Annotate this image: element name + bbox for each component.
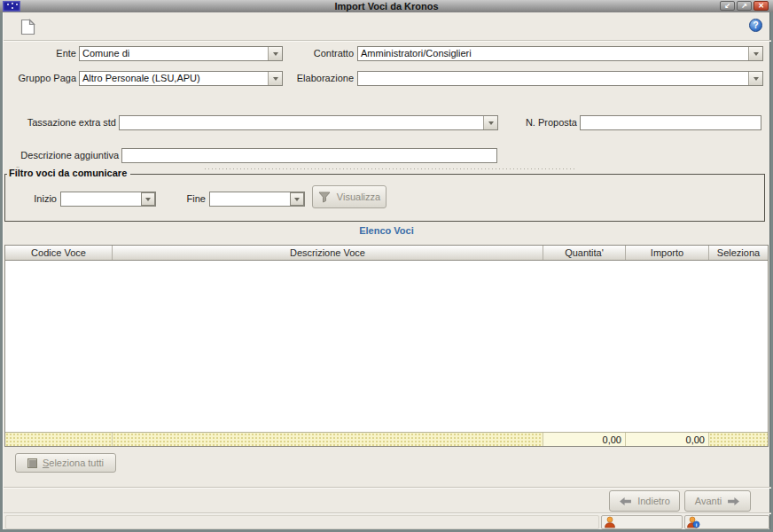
checkbox-icon <box>27 458 37 468</box>
elenco-voci-title: Elenco Voci <box>4 225 769 236</box>
minimize-button[interactable]: ↙ <box>720 1 735 11</box>
visualizza-label: Visualizza <box>337 192 380 202</box>
visualizza-button[interactable]: Visualizza <box>312 185 386 208</box>
contratto-select[interactable]: Amministratori/Consiglieri <box>357 46 763 61</box>
elaborazione-select[interactable] <box>357 71 763 86</box>
gruppo-paga-select[interactable]: Altro Personale (LSU,APU) <box>79 71 283 86</box>
status-panel-user <box>601 515 683 529</box>
maximize-button[interactable]: ↗ <box>737 1 752 11</box>
chevron-down-icon[interactable] <box>141 192 155 206</box>
chevron-down-icon[interactable] <box>483 116 497 129</box>
elaborazione-value <box>358 72 748 85</box>
tassazione-value <box>120 116 483 129</box>
totals-row: 0,00 0,00 <box>5 432 768 446</box>
avanti-button[interactable]: Avanti <box>684 490 751 512</box>
new-document-button[interactable] <box>20 19 35 39</box>
totals-quantita: 0,00 <box>543 433 626 446</box>
status-panel-user-info: i <box>684 515 769 529</box>
column-header-importo[interactable]: Importo <box>626 246 709 260</box>
ente-select[interactable]: Comune di <box>79 46 283 61</box>
funnel-icon <box>318 192 332 203</box>
person-info-icon: i <box>687 516 700 528</box>
inizio-select[interactable] <box>60 192 156 207</box>
chevron-down-icon[interactable] <box>268 47 282 60</box>
chevron-down-icon[interactable] <box>748 47 762 60</box>
right-arrow-icon <box>727 497 740 506</box>
app-window: Import Voci da Kronos ↙ ↗ ✕ ? Ente Comun… <box>0 0 773 532</box>
contratto-label: Contratto <box>293 46 354 61</box>
tassazione-select[interactable] <box>119 115 498 130</box>
window-content: ? Ente Comune di Contratto Amministrator… <box>3 12 770 529</box>
contratto-value: Amministratori/Consiglieri <box>358 47 748 60</box>
tassazione-label: Tassazione extra std <box>23 115 116 130</box>
left-arrow-icon <box>619 497 632 506</box>
filtro-groupbox: Filtro voci da comunicare Inizio Fine Vi… <box>4 174 765 222</box>
descrizione-aggiuntiva-input[interactable] <box>121 148 497 163</box>
seleziona-tutti-label: Seleziona tutti <box>43 458 104 468</box>
person-icon <box>604 516 616 528</box>
gruppo-paga-label: Gruppo Paga <box>10 71 76 86</box>
column-header-descrizione-voce[interactable]: Descrizione Voce <box>113 246 543 260</box>
fine-value <box>210 192 290 206</box>
chevron-down-icon[interactable] <box>290 192 304 206</box>
totals-importo: 0,00 <box>626 433 709 446</box>
descrizione-aggiuntiva-label: Descrizione aggiuntiva <box>14 148 119 163</box>
indietro-label: Indietro <box>637 496 670 506</box>
column-header-quantita[interactable]: Quantita' <box>543 246 626 260</box>
help-glyph: ? <box>753 20 758 30</box>
table-body-empty <box>5 261 768 431</box>
seleziona-tutti-button[interactable]: Seleziona tutti <box>15 453 116 473</box>
inizio-label: Inizio <box>30 192 57 207</box>
avanti-label: Avanti <box>695 496 722 506</box>
chevron-down-icon[interactable] <box>268 72 282 85</box>
close-button[interactable]: ✕ <box>753 1 769 11</box>
ente-label: Ente <box>19 46 76 61</box>
voci-table: Codice Voce Descrizione Voce Quantita' I… <box>4 245 769 447</box>
splitter-handle[interactable] <box>205 168 575 170</box>
totals-cell-descrizione <box>113 433 543 446</box>
n-proposta-input[interactable] <box>580 115 761 130</box>
maximize-icon: ↗ <box>741 2 747 10</box>
table-header-row: Codice Voce Descrizione Voce Quantita' I… <box>5 246 768 261</box>
chevron-down-icon[interactable] <box>748 72 762 85</box>
gruppo-paga-value: Altro Personale (LSU,APU) <box>80 72 268 85</box>
indietro-button[interactable]: Indietro <box>609 490 680 512</box>
fine-label: Fine <box>181 192 206 207</box>
totals-cell-codice <box>5 433 113 446</box>
n-proposta-label: N. Proposta <box>519 115 577 130</box>
help-icon[interactable]: ? <box>749 19 762 32</box>
elaborazione-label: Elaborazione <box>285 71 354 86</box>
title-bar: Import Voci da Kronos ↙ ↗ ✕ <box>0 0 773 12</box>
column-header-seleziona[interactable]: Seleziona <box>709 246 768 260</box>
ente-value: Comune di <box>80 47 268 60</box>
close-icon: ✕ <box>758 2 764 10</box>
new-document-icon <box>20 19 35 35</box>
inizio-value <box>61 192 141 206</box>
filtro-title: Filtro voci da comunicare <box>7 168 130 178</box>
window-title: Import Voci da Kronos <box>0 0 773 12</box>
app-logo-icon <box>3 1 20 12</box>
status-panel-main <box>5 515 599 529</box>
minimize-icon: ↙ <box>724 2 730 10</box>
totals-cell-seleziona <box>709 433 768 446</box>
fine-select[interactable] <box>209 192 305 207</box>
column-header-codice-voce[interactable]: Codice Voce <box>5 246 113 260</box>
